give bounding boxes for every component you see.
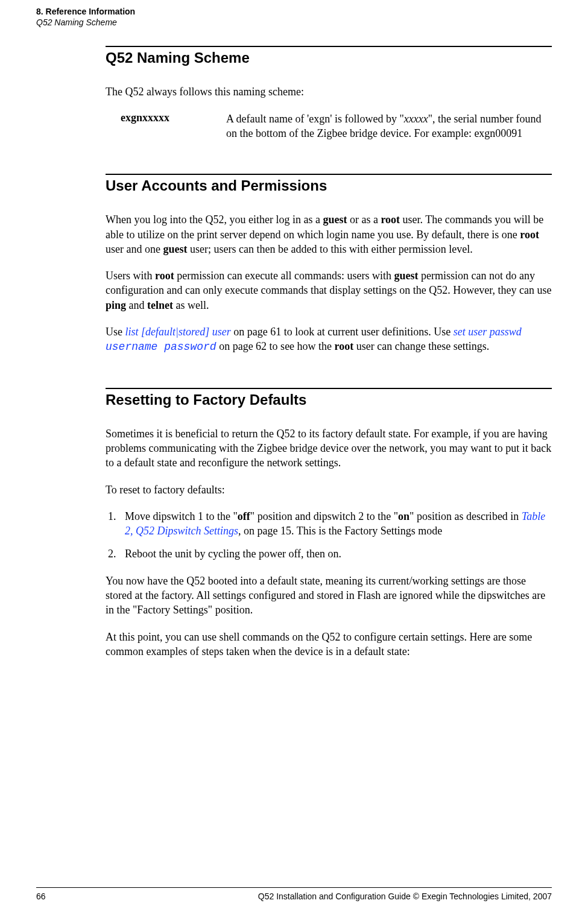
bold-off: off (238, 510, 250, 522)
bold-root: root (155, 270, 174, 282)
text: permission can execute all commands: use… (174, 270, 394, 282)
section-rule (106, 174, 552, 175)
heading-factory-defaults: Resetting to Factory Defaults (106, 391, 552, 408)
factory-p3: You now have the Q52 booted into a defau… (106, 574, 552, 618)
text: Users with (106, 270, 155, 282)
text: on page 61 to look at current user defin… (231, 326, 454, 338)
step-1: Move dipswitch 1 to the "off" position a… (119, 509, 552, 539)
text: user can change these settings. (353, 340, 489, 352)
header-chapter: 8. Reference Information (36, 6, 552, 17)
section-user-accounts: User Accounts and Permissions When you l… (106, 174, 552, 354)
bold-root: root (520, 229, 539, 241)
text: When you log into the Q52, you either lo… (106, 214, 323, 226)
text: on page 62 to see how the (217, 340, 335, 352)
text: or as a (347, 214, 381, 226)
factory-p1: Sometimes it is beneficial to return the… (106, 426, 552, 470)
section-rule (106, 46, 552, 47)
text: " position as described in (409, 510, 522, 522)
user-accounts-p2: Users with root permission can execute a… (106, 268, 552, 312)
link-set-user-passwd[interactable]: set user passwd (454, 326, 522, 338)
naming-intro: The Q52 always follows this naming schem… (106, 84, 552, 99)
section-factory-defaults: Resetting to Factory Defaults Sometimes … (106, 388, 552, 659)
heading-user-accounts: User Accounts and Permissions (106, 177, 552, 194)
page-footer: 66 Q52 Installation and Configuration Gu… (36, 887, 552, 901)
header-section: Q52 Naming Scheme (36, 17, 552, 28)
bold-guest: guest (323, 214, 347, 226)
link-list-user[interactable]: list [default|stored] user (125, 326, 231, 338)
text: " position and dipswitch 2 to the " (250, 510, 398, 522)
definition-row: exgnxxxxx A default name of 'exgn' is fo… (106, 112, 552, 141)
page-header: 8. Reference Information Q52 Naming Sche… (36, 6, 552, 28)
text: user; users can then be added to this wi… (187, 243, 472, 255)
bold-ping: ping (106, 299, 126, 311)
link-set-user-passwd-args[interactable]: username password (106, 341, 217, 353)
section-naming-scheme: Q52 Naming Scheme The Q52 always follows… (106, 46, 552, 141)
def-desc-pre: A default name of 'exgn' is followed by … (226, 113, 404, 125)
bold-on: on (398, 510, 409, 522)
footer-page-number: 66 (36, 891, 46, 901)
text: Use (106, 326, 125, 338)
bold-root: root (381, 214, 400, 226)
factory-steps: Move dipswitch 1 to the "off" position a… (106, 509, 552, 562)
text: and (126, 299, 147, 311)
definition-description: A default name of 'exgn' is followed by … (226, 112, 552, 141)
bold-root: root (335, 340, 354, 352)
text: as well. (173, 299, 209, 311)
def-desc-em: xxxxx (404, 113, 428, 125)
heading-naming-scheme: Q52 Naming Scheme (106, 49, 552, 66)
footer-text: Q52 Installation and Configuration Guide… (258, 891, 552, 901)
definition-term: exgnxxxxx (106, 112, 226, 141)
text: Move dipswitch 1 to the " (125, 510, 238, 522)
step-2: Reboot the unit by cycling the power off… (119, 546, 552, 561)
bold-guest: guest (394, 270, 419, 282)
text: user and one (106, 243, 163, 255)
bold-telnet: telnet (147, 299, 173, 311)
section-rule (106, 388, 552, 389)
factory-p2: To reset to factory defaults: (106, 483, 552, 497)
bold-guest: guest (163, 243, 187, 255)
user-accounts-p3: Use list [default|stored] user on page 6… (106, 325, 552, 355)
text: , on page 15. This is the Factory Settin… (238, 525, 442, 537)
factory-p4: At this point, you can use shell command… (106, 630, 552, 659)
user-accounts-p1: When you log into the Q52, you either lo… (106, 212, 552, 256)
